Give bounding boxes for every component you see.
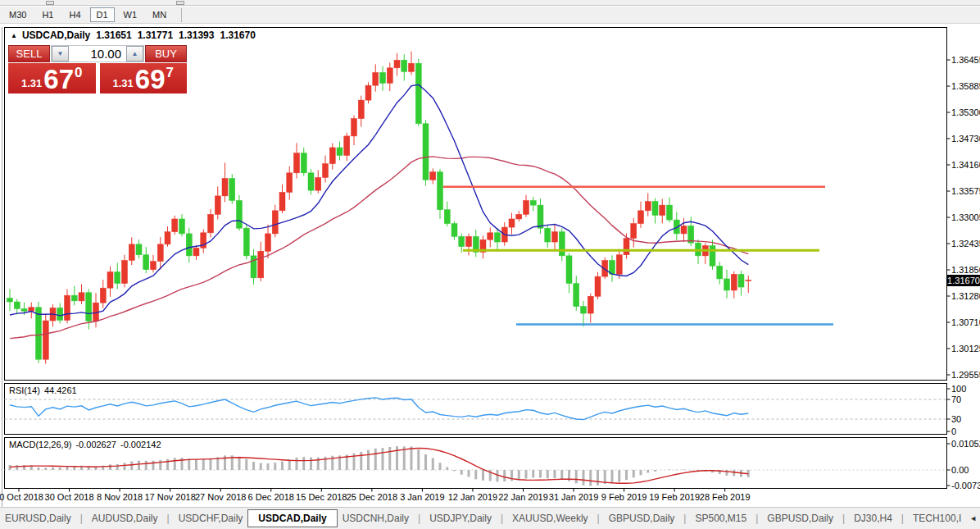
timeframe-button-m30[interactable]: M30 — [2, 7, 33, 22]
macd-value: -0.002627 — [75, 440, 116, 449]
price-axis-label: 1.33575 — [951, 186, 980, 196]
chart-title: ▲ USDCAD,Daily 1.31651 1.31771 1.31393 1… — [11, 30, 256, 41]
symbol-tab-xauusd[interactable]: XAUUSD,Weekly — [507, 510, 592, 527]
buy-price-pip: 7 — [166, 65, 174, 81]
window-frame-edge — [2, 27, 2, 507]
tab-separator: | — [683, 513, 686, 524]
date-axis-label: 6 Dec 2018 — [248, 492, 294, 502]
macd-axis-label: 0.00 — [951, 465, 969, 475]
tab-separator: | — [418, 513, 420, 524]
price-axis-label: 1.36455 — [951, 55, 980, 65]
tab-separator: | — [80, 513, 83, 524]
tab-separator: | — [501, 513, 503, 524]
tab-separator: | — [842, 513, 845, 524]
timeframe-button-mn[interactable]: MN — [146, 7, 173, 22]
rsi-pane[interactable] — [4, 383, 947, 435]
price-axis-label: 1.31280 — [951, 291, 980, 301]
symbol-tab-sp500[interactable]: SP500,M15 — [690, 510, 751, 527]
symbol-tab-usdchf[interactable]: USDCHF,Daily — [174, 510, 248, 527]
chart-client-area[interactable]: ▲ USDCAD,Daily 1.31651 1.31771 1.31393 1… — [0, 25, 980, 507]
date-axis-label: 12 Jan 2019 — [448, 492, 498, 502]
price-axis-label: 1.33005 — [951, 212, 980, 222]
buy-button[interactable]: BUY — [145, 45, 187, 62]
symbol-tab-gbpusd[interactable]: GBPUSD,Daily — [604, 510, 680, 527]
symbol-tab-usdcnh[interactable]: USDCNH,Daily — [338, 510, 414, 527]
macd-indicator-label: MACD(12,26,9)-0.002627-0.002142 — [9, 440, 166, 449]
price-axis-label: 1.29555 — [951, 370, 980, 380]
timeframe-button-d1[interactable]: D1 — [90, 7, 115, 22]
date-axis-label: 25 Dec 2018 — [347, 492, 397, 502]
date-axis-label: 15 Dec 2018 — [296, 492, 347, 502]
volume-increase-icon[interactable]: ▲ — [126, 46, 143, 62]
one-click-trading-panel: SELL ▼ ▲ BUY 1.31 67 0 1.31 69 7 — [8, 45, 187, 93]
rsi-axis-label: 100 — [951, 384, 966, 394]
date-axis-label: 28 Feb 2019 — [700, 492, 751, 502]
timeframe-button-w1[interactable]: W1 — [117, 7, 144, 22]
sell-button[interactable]: SELL — [8, 45, 50, 62]
toolbar-notch — [46, 1, 54, 5]
collapse-triangle-icon[interactable]: ▲ — [11, 32, 17, 39]
sell-price-main: 67 — [43, 67, 74, 92]
price-axis-label: 1.30125 — [951, 344, 980, 353]
date-axis-label: 30 Oct 2018 — [45, 492, 94, 502]
date-axis-label: 17 Nov 2018 — [144, 492, 195, 502]
rsi-axis-label: 0 — [951, 426, 956, 436]
symbol-tab-audusd[interactable]: AUDUSD,Daily — [87, 510, 163, 527]
date-axis-label: 8 Nov 2018 — [97, 492, 143, 502]
timeframe-button-h1[interactable]: H1 — [35, 7, 60, 22]
rsi-value: 44.4261 — [44, 385, 77, 395]
toolbar-notch — [176, 1, 184, 5]
rsi-axis-label: 70 — [951, 394, 961, 404]
symbol-tab-eurusd[interactable]: EURUSD,Daily — [0, 510, 76, 527]
volume-spinbox: ▼ ▲ — [51, 45, 144, 62]
buy-price-main: 69 — [135, 67, 166, 92]
tab-scroll-left-icon[interactable]: ◄ — [966, 513, 980, 524]
date-axis-label: 19 Feb 2019 — [649, 492, 700, 502]
tab-scroll-buttons: ◄ ► — [966, 513, 980, 524]
symbol-tab-bar: EURUSD,Daily|AUDUSD,Daily|USDCHF,DailyUS… — [0, 507, 980, 529]
macd-name: MACD(12,26,9) — [9, 440, 71, 449]
volume-input[interactable] — [69, 46, 126, 62]
date-axis-label: 20 Oct 2018 — [0, 492, 43, 502]
timeframe-button-h4[interactable]: H4 — [62, 7, 87, 22]
date-axis-label: 27 Nov 2018 — [195, 492, 246, 502]
symbol-tab-usdjpy[interactable]: USDJPY,Daily — [424, 510, 497, 527]
volume-decrease-icon[interactable]: ▼ — [52, 46, 69, 62]
price-axis-label: 1.32435 — [951, 239, 980, 249]
price-axis-label: 1.30710 — [951, 317, 980, 327]
date-axis-label: 31 Jan 2019 — [549, 492, 599, 502]
tab-separator: | — [597, 513, 600, 524]
price-axis-label: 1.31850 — [951, 265, 980, 275]
ohlc-open: 1.31651 — [96, 30, 131, 41]
tab-separator: | — [167, 513, 170, 524]
symbol-tab-dj30[interactable]: DJ30,H4 — [849, 510, 897, 527]
buy-price-box[interactable]: 1.31 69 7 — [100, 63, 188, 93]
sell-price-box[interactable]: 1.31 67 0 — [8, 63, 96, 93]
sell-price-prefix: 1.31 — [21, 77, 42, 89]
price-axis-label: 1.35300 — [951, 107, 980, 117]
ohlc-high: 1.31771 — [138, 30, 173, 41]
macd-axis-label: -0.0073 — [951, 481, 980, 490]
timeframe-toolbar: M30H1H4D1W1MN — [0, 7, 980, 24]
ohlc-low: 1.31393 — [179, 30, 214, 41]
tab-separator: | — [755, 513, 758, 524]
top-toolbar-remnant — [0, 0, 980, 6]
symbol-tab-gbpusd[interactable]: GBPUSD,Daily — [762, 510, 838, 527]
symbol-tab-tech100[interactable]: TECH100,I — [908, 510, 966, 527]
price-axis-label: 1.34160 — [951, 160, 980, 170]
price-axis-label: 1.35885 — [951, 81, 980, 91]
symbol-tab-usdcad-active[interactable]: USDCAD,Daily — [247, 509, 337, 527]
date-axis-label: 9 Feb 2019 — [601, 492, 647, 502]
toolbar-separator — [181, 8, 182, 22]
rsi-axis-label: 30 — [951, 414, 961, 424]
date-axis-label: 3 Jan 2019 — [400, 492, 444, 502]
macd-signal-value: -0.002142 — [120, 440, 161, 449]
current-price-tag: 1.31670 — [947, 275, 980, 286]
buy-price-prefix: 1.31 — [113, 77, 134, 89]
macd-axis-label: 0.010525 — [951, 439, 980, 449]
chart-symbol-period: USDCAD,Daily — [22, 30, 90, 41]
date-axis-label: 22 Jan 2019 — [498, 492, 548, 502]
rsi-indicator-label: RSI(14)44.4261 — [9, 385, 81, 395]
price-axis-label: 1.34730 — [951, 134, 980, 144]
ohlc-close: 1.31670 — [220, 30, 255, 41]
